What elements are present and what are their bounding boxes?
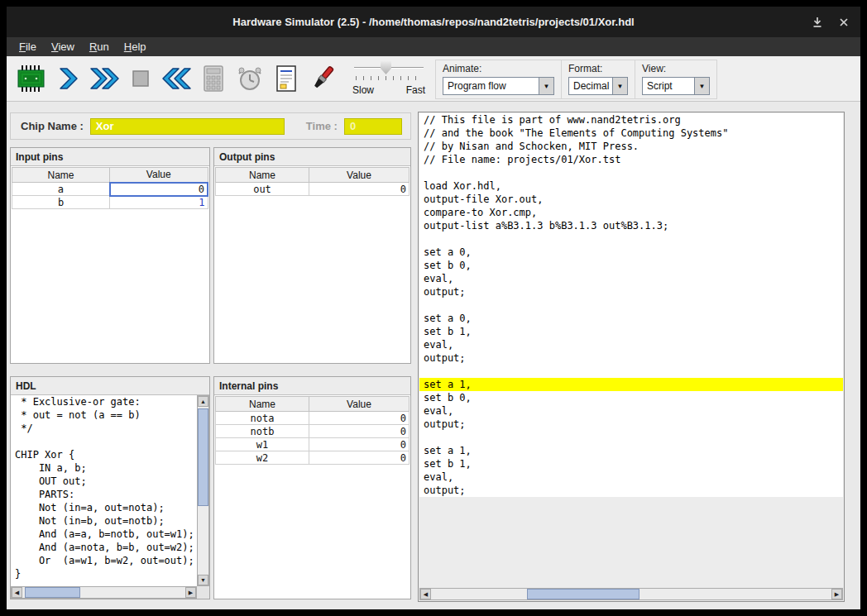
menu-file[interactable]: File xyxy=(12,38,44,55)
load-chip-button[interactable] xyxy=(13,60,50,98)
chip-name-label: Chip Name : xyxy=(21,120,84,132)
hdl-vertical-scrollbar[interactable]: ▲ ▼ xyxy=(197,395,209,586)
chevron-down-icon[interactable]: ▼ xyxy=(612,78,627,94)
chip-header: Chip Name : Xor Time : 0 xyxy=(10,112,411,140)
script-lines: // This file is part of www.nand2tetris.… xyxy=(419,113,843,497)
internal-pins-table: Name Value nota0notb0w10w20 xyxy=(215,396,410,465)
script-line: eval, xyxy=(419,404,843,418)
scrollbar-track[interactable] xyxy=(431,589,831,599)
internal-pins-panel: Internal pins Name Value nota0notb0w10w2… xyxy=(213,376,411,599)
scroll-down-icon[interactable]: ▼ xyxy=(198,575,208,585)
reset-button[interactable] xyxy=(159,60,195,98)
hdl-line xyxy=(11,435,197,448)
script-line xyxy=(419,431,843,444)
animate-label: Animate: xyxy=(443,63,554,74)
menubar: File View Run Help xyxy=(7,37,860,56)
script-line: // This file is part of www.nand2tetris.… xyxy=(419,113,843,127)
input-pins-panel: Input pins Name Value a0b1 xyxy=(10,147,210,364)
rewind-icon xyxy=(162,65,192,92)
hdl-line: * out = not (a == b) xyxy=(11,408,197,422)
menu-run[interactable]: Run xyxy=(82,38,117,55)
view-selected-value: Script xyxy=(643,80,694,92)
hdl-body: * Exclusive-or gate: * out = not (a == b… xyxy=(11,395,209,599)
script-line: compare-to Xor.cmp, xyxy=(419,206,843,219)
close-icon[interactable] xyxy=(837,16,850,29)
hdl-editor[interactable]: * Exclusive-or gate: * out = not (a == b… xyxy=(11,395,197,586)
hdl-line: And (a=nota, b=b, out=w2); xyxy=(11,541,197,554)
scroll-left-icon[interactable]: ◀ xyxy=(420,589,431,599)
menu-help[interactable]: Help xyxy=(117,38,154,55)
script-line xyxy=(419,365,843,378)
hdl-line: And (a=a, b=notb, out=w1); xyxy=(11,528,197,541)
chip-name-field[interactable]: Xor xyxy=(90,118,285,135)
evaluate-button xyxy=(195,60,232,98)
hdl-line: Not (in=a, out=nota); xyxy=(11,501,197,514)
minimize-icon[interactable] xyxy=(811,16,824,29)
pin-name-cell: w1 xyxy=(216,438,309,451)
column-header-name: Name xyxy=(216,397,309,412)
stop-button[interactable] xyxy=(122,60,159,98)
view-select[interactable]: Script ▼ xyxy=(642,77,710,95)
script-line: // File name: projects/01/Xor.tst xyxy=(419,153,843,166)
script-line: set b 0, xyxy=(419,391,843,404)
format-selected-value: Decimal xyxy=(569,80,612,92)
scrollbar-thumb[interactable] xyxy=(198,408,208,506)
pin-name-cell: a xyxy=(12,183,110,196)
pin-name-cell: notb xyxy=(216,425,309,438)
script-line: eval, xyxy=(419,470,843,484)
clear-button[interactable] xyxy=(304,60,341,98)
time-label: Time : xyxy=(306,120,338,132)
document-icon xyxy=(274,64,299,93)
script-horizontal-scrollbar[interactable]: ◀ ▶ xyxy=(419,588,843,600)
single-step-button[interactable] xyxy=(50,60,86,98)
hdl-horizontal-scrollbar[interactable]: ◀ ▶ xyxy=(11,586,197,599)
scrollbar-track[interactable] xyxy=(22,587,185,598)
script-view[interactable]: // This file is part of www.nand2tetris.… xyxy=(419,113,843,588)
column-header-value: Value xyxy=(309,168,410,183)
hdl-line: IN a, b; xyxy=(11,461,197,475)
pin-row: notb0 xyxy=(216,425,410,438)
animate-select[interactable]: Program flow ▼ xyxy=(443,77,554,95)
run-button[interactable] xyxy=(86,60,122,98)
input-pins-table: Name Value a0b1 xyxy=(12,167,208,209)
chevron-down-icon[interactable]: ▼ xyxy=(539,78,553,94)
hdl-title: HDL xyxy=(11,377,209,395)
app-window: Hardware Simulator (2.5) - /home/thomas/… xyxy=(7,7,860,609)
pin-value-cell: 0 xyxy=(309,183,410,196)
format-select[interactable]: Decimal ▼ xyxy=(568,77,628,95)
script-line: set a 0, xyxy=(419,312,843,325)
scrollbar-track[interactable] xyxy=(198,407,208,575)
titlebar[interactable]: Hardware Simulator (2.5) - /home/thomas/… xyxy=(7,7,860,37)
pin-row: a0 xyxy=(12,183,208,196)
hdl-line: Or (a=w1, b=w2, out=out); xyxy=(11,554,197,567)
pin-row: w20 xyxy=(216,451,410,465)
scrollbar-thumb[interactable] xyxy=(25,587,80,598)
scroll-right-icon[interactable]: ▶ xyxy=(185,587,196,598)
view-output-button[interactable] xyxy=(268,60,304,98)
output-pins-panel: Output pins Name Value out0 xyxy=(213,147,411,364)
scroll-right-icon[interactable]: ▶ xyxy=(831,589,842,599)
column-header-name: Name xyxy=(216,168,309,183)
slider-thumb[interactable] xyxy=(381,61,391,74)
scroll-left-icon[interactable]: ◀ xyxy=(12,587,22,598)
pin-value-cell[interactable]: 0 xyxy=(110,183,208,196)
chevron-down-icon[interactable]: ▼ xyxy=(694,78,709,94)
script-line: load Xor.hdl, xyxy=(419,179,843,193)
scrollbar-corner xyxy=(197,586,209,599)
script-line: set b 1, xyxy=(419,325,843,338)
script-line: output; xyxy=(419,484,843,497)
script-current-line: set a 1, xyxy=(419,378,843,391)
pin-name-cell: out xyxy=(216,183,309,196)
output-pins-table: Name Value out0 xyxy=(215,167,410,196)
scrollbar-thumb[interactable] xyxy=(527,589,639,599)
scroll-up-icon[interactable]: ▲ xyxy=(198,396,208,407)
pin-value-cell[interactable]: 1 xyxy=(110,196,208,209)
toolbar: Slow Fast Animate: Program flow ▼ Format… xyxy=(7,56,860,102)
animate-group: Animate: Program flow ▼ xyxy=(436,60,562,98)
animate-selected-value: Program flow xyxy=(443,80,539,92)
menu-view[interactable]: View xyxy=(44,38,82,55)
hdl-line: PARTS: xyxy=(11,488,197,501)
speed-slider[interactable]: Slow Fast xyxy=(352,60,425,99)
script-line: eval, xyxy=(419,338,843,351)
hdl-line: CHIP Xor { xyxy=(11,448,197,461)
